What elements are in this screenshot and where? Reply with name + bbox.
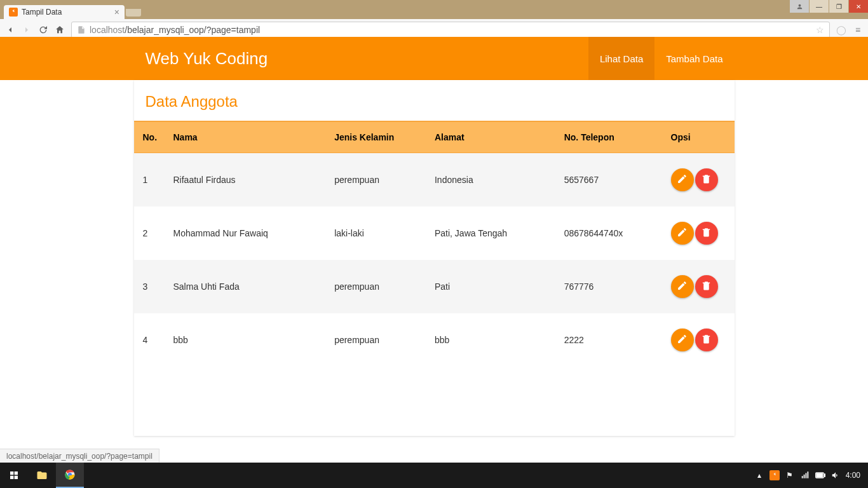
cell-tel: 767776	[558, 260, 665, 313]
status-hover-link-text: localhost/belajar_mysqli_oop/?page=tampi…	[6, 452, 153, 461]
col-tel: No. Telepon	[558, 121, 665, 153]
cell-alamat: Indonesia	[428, 153, 558, 207]
cell-tel: 2222	[558, 313, 665, 367]
col-alamat: Alamat	[428, 121, 558, 153]
profile-icon[interactable]: ◯	[836, 25, 846, 35]
nav-link-label: Lihat Data	[600, 53, 643, 64]
url-host: localhost	[90, 25, 125, 35]
nav-link-lihat-data[interactable]: Lihat Data	[588, 37, 654, 80]
cell-nama: Mohammad Nur Fawaiq	[166, 207, 328, 260]
browser-tab[interactable]: ᓫ Tampil Data ×	[4, 5, 125, 19]
nav-link-tambah-data[interactable]: Tambah Data	[654, 37, 734, 80]
tray-volume-icon[interactable]	[831, 470, 841, 480]
tray-flag-icon[interactable]: ⚑	[785, 470, 795, 480]
taskbar: ▴ ᓫ ⚑ 4:00	[0, 463, 868, 488]
data-table: No. Nama Jenis Kelamin Alamat No. Telepo…	[134, 121, 735, 367]
back-button[interactable]	[5, 25, 15, 35]
svg-rect-8	[817, 473, 822, 477]
reload-button[interactable]	[38, 25, 48, 35]
trash-icon	[701, 227, 712, 240]
address-bar[interactable]: localhost/belajar_mysqli_oop/?page=tampi…	[71, 22, 830, 38]
cell-opsi	[665, 313, 735, 367]
status-hover-link: localhost/belajar_mysqli_oop/?page=tampi…	[0, 449, 159, 463]
cell-alamat: Pati	[428, 260, 558, 313]
trash-icon	[701, 280, 712, 293]
cell-jk: perempuan	[328, 313, 428, 367]
taskbar-chrome[interactable]	[56, 463, 84, 488]
window-maximize-button[interactable]: ❐	[829, 0, 848, 13]
pencil-icon	[677, 334, 688, 346]
cell-alamat: bbb	[428, 313, 558, 367]
col-nama: Nama	[166, 121, 328, 153]
table-row: 2Mohammad Nur Fawaiqlaki-lakiPati, Jawa …	[134, 207, 735, 260]
page-viewport: Web Yuk Coding Lihat Data Tambah Data Da…	[0, 37, 868, 463]
cell-jk: perempuan	[328, 260, 428, 313]
tray-wifi-icon[interactable]	[800, 470, 810, 480]
col-opsi: Opsi	[665, 121, 735, 153]
table-header-row: No. Nama Jenis Kelamin Alamat No. Telepo…	[134, 121, 735, 153]
browser-tabstrip: ᓫ Tampil Data ×	[0, 9, 868, 19]
menu-icon[interactable]: ≡	[853, 25, 863, 35]
table-row: 4bbbperempuanbbb2222	[134, 313, 735, 367]
svg-rect-2	[801, 476, 803, 478]
taskbar-explorer[interactable]	[28, 463, 56, 488]
cell-no: 3	[134, 260, 167, 313]
trash-icon	[701, 334, 712, 346]
delete-button[interactable]	[695, 168, 718, 191]
cell-opsi	[665, 260, 735, 313]
svg-rect-5	[807, 471, 808, 478]
nav-link-label: Tambah Data	[666, 53, 722, 64]
pencil-icon	[677, 227, 688, 240]
tray-clock[interactable]: 4:00	[846, 471, 860, 480]
delete-button[interactable]	[695, 275, 718, 298]
cell-no: 1	[134, 153, 167, 207]
pencil-icon	[677, 173, 688, 186]
home-button[interactable]	[55, 25, 65, 35]
start-button[interactable]	[0, 463, 28, 488]
window-close-button[interactable]: ✕	[849, 0, 868, 13]
tray-xampp-icon[interactable]: ᓫ	[770, 470, 780, 480]
svg-rect-7	[824, 474, 825, 477]
cell-nama: Salma Uhti Fada	[166, 260, 328, 313]
col-jk: Jenis Kelamin	[328, 121, 428, 153]
brand-title[interactable]: Web Yuk Coding	[134, 49, 268, 69]
window-titlebar: — ❐ ✕	[0, 0, 868, 9]
cell-jk: laki-laki	[328, 207, 428, 260]
url-path: /belajar_mysqli_oop/?page=tampil	[125, 25, 260, 35]
table-row: 1Rifaatul FirdausperempuanIndonesia56576…	[134, 153, 735, 207]
window-minimize-button[interactable]: —	[810, 0, 829, 13]
tray-chevron-icon[interactable]: ▴	[754, 470, 764, 480]
cell-opsi	[665, 153, 735, 207]
cell-nama: Rifaatul Firdaus	[166, 153, 328, 207]
trash-icon	[701, 173, 712, 186]
page-file-icon	[77, 25, 86, 34]
window-user-icon[interactable]	[790, 0, 809, 13]
cell-tel: 5657667	[558, 153, 665, 207]
svg-rect-3	[803, 475, 804, 478]
delete-button[interactable]	[695, 329, 718, 351]
cell-no: 2	[134, 207, 167, 260]
content-card: Data Anggota No. Nama Jenis Kelamin Alam…	[134, 80, 735, 436]
edit-button[interactable]	[671, 329, 694, 351]
tray-battery-icon[interactable]	[815, 470, 825, 480]
page-heading: Data Anggota	[134, 93, 735, 111]
cell-no: 4	[134, 313, 167, 367]
cell-alamat: Pati, Jawa Tengah	[428, 207, 558, 260]
browser-tab-title: Tampil Data	[22, 8, 62, 17]
cell-opsi	[665, 207, 735, 260]
xampp-favicon-icon: ᓫ	[9, 8, 18, 17]
cell-jk: perempuan	[328, 153, 428, 207]
col-no: No.	[134, 121, 167, 153]
edit-button[interactable]	[671, 168, 694, 191]
svg-rect-4	[805, 473, 806, 478]
app-navbar: Web Yuk Coding Lihat Data Tambah Data	[0, 37, 868, 80]
cell-nama: bbb	[166, 313, 328, 367]
tab-close-icon[interactable]: ×	[114, 7, 119, 17]
forward-button[interactable]	[22, 25, 32, 35]
edit-button[interactable]	[671, 275, 694, 298]
delete-button[interactable]	[695, 222, 718, 245]
bookmark-star-icon[interactable]: ☆	[816, 25, 824, 35]
pencil-icon	[677, 280, 688, 293]
cell-tel: 08678644740x	[558, 207, 665, 260]
edit-button[interactable]	[671, 222, 694, 245]
